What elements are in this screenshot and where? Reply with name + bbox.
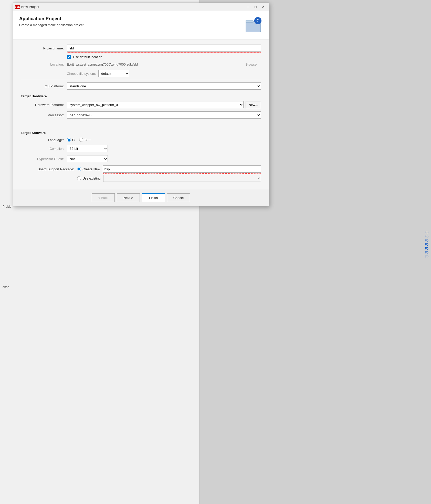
- file-system-select[interactable]: default: [98, 70, 129, 77]
- bsp-create-new-radio-item: Create New: [77, 167, 100, 171]
- console-panel-label: onso: [3, 285, 12, 289]
- bsp-use-existing-radio-item: Use existing: [77, 176, 101, 180]
- blue-item-4: F0: [425, 247, 428, 250]
- svg-rect-1: [246, 20, 253, 22]
- use-default-location-checkbox[interactable]: [67, 55, 71, 59]
- blue-item-0: F0: [425, 230, 428, 234]
- target-hardware-section-title: Target Hardware: [21, 94, 261, 98]
- blue-item-6: F0: [425, 255, 428, 259]
- finish-button[interactable]: Finish: [142, 193, 165, 202]
- close-button[interactable]: ✕: [260, 4, 267, 9]
- hypervisor-row: Hypervisor Guest: N/A: [21, 155, 261, 162]
- sidebar-panel-label: Proble onso: [3, 205, 12, 289]
- hypervisor-select[interactable]: N/A: [67, 155, 108, 162]
- dialog-button-bar: < Back Next > Finish Cancel: [13, 189, 269, 206]
- use-default-location-row: Use default location: [67, 55, 261, 59]
- language-c-label[interactable]: C: [72, 138, 75, 142]
- bsp-use-existing-label[interactable]: Use existing: [82, 176, 101, 180]
- new-platform-button[interactable]: New...: [246, 101, 261, 108]
- bsp-create-new-radio[interactable]: [77, 167, 81, 171]
- dialog-description: Create a managed make application projec…: [19, 23, 85, 27]
- bsp-create-new-label[interactable]: Create New: [82, 167, 100, 171]
- maximize-button[interactable]: □: [252, 4, 259, 9]
- problems-panel-label: Proble: [3, 205, 12, 208]
- svg-text:C: C: [256, 18, 259, 23]
- bsp-use-existing-select[interactable]: [103, 175, 261, 182]
- dialog-header: Application Project Create a managed mak…: [13, 11, 269, 39]
- bsp-name-input[interactable]: [103, 165, 261, 173]
- blue-item-3: F0: [425, 243, 428, 246]
- hardware-platform-label: Hardware Platform:: [21, 103, 67, 107]
- language-c-radio[interactable]: [67, 138, 71, 142]
- project-name-row: Project name:: [21, 45, 261, 52]
- blue-item-5: F0: [425, 251, 428, 255]
- compiler-label: Compiler:: [21, 147, 67, 151]
- minimize-button[interactable]: −: [245, 4, 251, 9]
- compiler-row: Compiler: 32-bit 64-bit: [21, 145, 261, 152]
- os-platform-label: OS Platform:: [21, 84, 67, 88]
- os-platform-select[interactable]: standalone linux freertos: [67, 82, 261, 90]
- language-cpp-label[interactable]: C++: [85, 138, 91, 142]
- app-icon: SDK: [15, 5, 20, 9]
- hypervisor-label: Hypervisor Guest:: [21, 157, 67, 161]
- language-cpp-radio[interactable]: [79, 138, 83, 142]
- browse-button[interactable]: Browse...: [244, 62, 261, 67]
- hardware-platform-select[interactable]: system_wrapper_hw_platform_0: [67, 101, 244, 108]
- dialog-heading: Application Project: [19, 16, 85, 22]
- target-software-section-title: Target Software: [21, 131, 261, 135]
- dialog-content: Project name: Use default location Locat…: [13, 39, 269, 189]
- location-value: E:\rtt_ws\test_zynq\zynq7000\zynq7000.sd…: [67, 62, 242, 66]
- compiler-select[interactable]: 32-bit 64-bit: [67, 145, 108, 152]
- cancel-button[interactable]: Cancel: [167, 193, 190, 202]
- hardware-platform-row: Hardware Platform: system_wrapper_hw_pla…: [21, 101, 261, 108]
- blue-item-2: F0: [425, 239, 428, 242]
- file-system-row: Choose file system: default: [67, 70, 261, 77]
- project-name-label: Project name:: [21, 46, 67, 50]
- processor-select[interactable]: ps7_cortexa9_0: [67, 111, 261, 119]
- bsp-create-new-row: Board Support Package: Create New: [21, 165, 261, 173]
- processor-label: Processor:: [21, 113, 67, 117]
- dialog-title: New Project: [21, 5, 245, 9]
- use-default-location-label[interactable]: Use default location: [73, 55, 102, 59]
- blue-item-1: F0: [425, 235, 428, 238]
- project-type-icon: C: [245, 16, 262, 34]
- next-button[interactable]: Next >: [117, 193, 140, 202]
- processor-row: Processor: ps7_cortexa9_0: [21, 111, 261, 119]
- bsp-section-label: Board Support Package:: [21, 167, 77, 171]
- bsp-use-existing-row: Use existing: [21, 175, 261, 182]
- language-radio-group: C C++: [67, 138, 91, 142]
- location-row: Location: E:\rtt_ws\test_zynq\zynq7000\z…: [21, 62, 261, 67]
- location-label: Location:: [21, 62, 67, 66]
- bsp-section: Board Support Package: Create New: [21, 165, 261, 182]
- language-row: Language: C C++: [21, 138, 261, 142]
- title-bar: SDK New Project − □ ✕: [13, 3, 269, 11]
- bsp-use-existing-radio[interactable]: [77, 176, 81, 180]
- os-platform-row: OS Platform: standalone linux freertos: [21, 82, 261, 90]
- back-button[interactable]: < Back: [92, 193, 115, 202]
- file-system-label: Choose file system:: [67, 72, 96, 76]
- window-controls: − □ ✕: [245, 4, 267, 9]
- language-label: Language:: [21, 138, 67, 142]
- project-name-input[interactable]: [67, 45, 261, 52]
- new-project-dialog: SDK New Project − □ ✕ Application Projec…: [13, 3, 269, 206]
- language-cpp-option: C++: [79, 138, 91, 142]
- language-c-option: C: [67, 138, 75, 142]
